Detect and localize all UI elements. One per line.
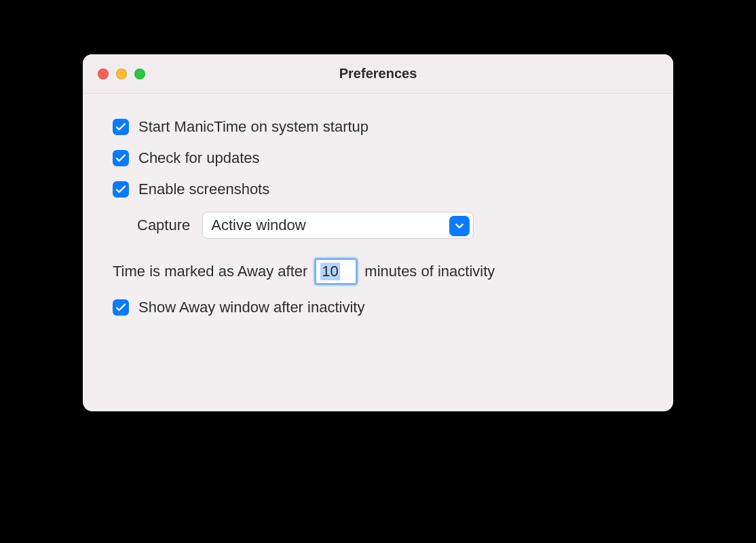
minimize-button[interactable] bbox=[116, 69, 127, 79]
check-updates-label: Check for updates bbox=[138, 149, 260, 167]
show-away-window-label: Show Away window after inactivity bbox=[138, 299, 364, 316]
show-away-window-checkbox[interactable] bbox=[113, 299, 129, 316]
check-updates-checkbox[interactable] bbox=[113, 150, 129, 166]
capture-selected-value: Active window bbox=[211, 217, 305, 234]
capture-dropdown[interactable]: Active window bbox=[202, 212, 474, 239]
enable-screenshots-label: Enable screenshots bbox=[138, 181, 269, 198]
away-minutes-input[interactable]: 10 bbox=[314, 258, 358, 285]
away-prefix-text: Time is marked as Away after bbox=[113, 263, 307, 280]
check-icon bbox=[115, 121, 126, 132]
zoom-button[interactable] bbox=[134, 69, 145, 79]
away-inactivity-row: Time is marked as Away after 10 minutes … bbox=[113, 258, 643, 285]
check-icon bbox=[115, 184, 126, 195]
enable-screenshots-checkbox[interactable] bbox=[113, 181, 129, 198]
away-suffix-text: minutes of inactivity bbox=[364, 263, 495, 280]
away-minutes-value: 10 bbox=[320, 263, 339, 280]
close-button[interactable] bbox=[98, 69, 109, 79]
chevron-down-icon bbox=[455, 221, 464, 231]
preferences-window: Preferences Start ManicTime on system st… bbox=[83, 54, 673, 411]
start-on-startup-label: Start ManicTime on system startup bbox=[138, 118, 368, 136]
check-icon bbox=[115, 302, 126, 313]
dropdown-indicator bbox=[449, 216, 470, 236]
show-away-window-row: Show Away window after inactivity bbox=[113, 299, 643, 316]
content-area: Start ManicTime on system startup Check … bbox=[83, 94, 673, 411]
capture-label: Capture bbox=[137, 217, 190, 234]
traffic-lights bbox=[98, 69, 145, 79]
start-on-startup-row: Start ManicTime on system startup bbox=[113, 118, 643, 136]
window-title: Preferences bbox=[83, 66, 673, 81]
enable-screenshots-row: Enable screenshots bbox=[113, 181, 643, 198]
check-icon bbox=[115, 153, 126, 164]
capture-row: Capture Active window bbox=[137, 212, 643, 239]
titlebar: Preferences bbox=[83, 54, 673, 94]
start-on-startup-checkbox[interactable] bbox=[113, 119, 129, 135]
check-updates-row: Check for updates bbox=[113, 149, 643, 167]
